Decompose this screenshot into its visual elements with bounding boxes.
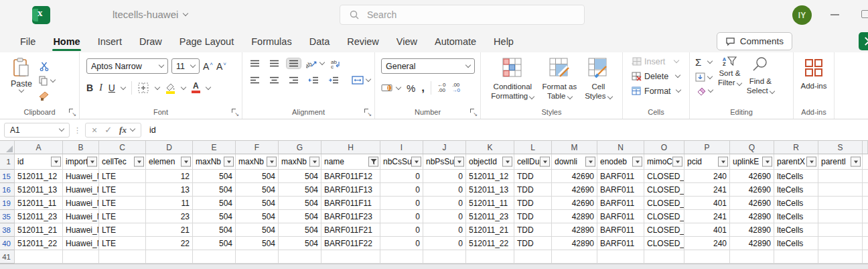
menu-tab-automate[interactable]: Automate xyxy=(426,30,485,52)
excel-app-icon[interactable] xyxy=(32,6,50,24)
cell-K38[interactable]: 512011_21 xyxy=(466,223,514,237)
filter-dropdown-button[interactable] xyxy=(540,157,550,167)
cell-E40[interactable]: 504 xyxy=(193,237,236,250)
cell-B40[interactable]: Huawei_M xyxy=(63,237,99,250)
cell-K19[interactable]: 512011_11 xyxy=(466,197,514,210)
cell-N16[interactable]: BARF011 xyxy=(597,183,644,197)
cell-S35[interactable] xyxy=(818,210,863,223)
cut-button[interactable] xyxy=(39,60,50,72)
share-button[interactable] xyxy=(859,32,868,50)
orientation-button[interactable]: ab xyxy=(306,59,324,68)
cell-P41[interactable] xyxy=(684,250,730,264)
cell-H16[interactable]: BARF011F13 xyxy=(321,183,380,197)
cell-O40[interactable]: CLOSED_LO xyxy=(644,237,684,250)
top-align-button[interactable] xyxy=(248,58,262,68)
cell-O19[interactable]: CLOSED_LO xyxy=(644,197,684,210)
number-format-select[interactable]: General xyxy=(381,58,475,74)
cell-S15[interactable] xyxy=(818,170,863,183)
merge-center-button[interactable] xyxy=(352,76,370,85)
column-header-D[interactable]: D xyxy=(146,141,193,154)
filter-dropdown-button[interactable] xyxy=(454,157,464,167)
filter-dropdown-button[interactable] xyxy=(718,157,728,167)
header-cell-objectId[interactable]: objectId xyxy=(466,154,514,170)
cell-F19[interactable]: 504 xyxy=(236,197,279,210)
cell-H35[interactable]: BARF011F23 xyxy=(321,210,380,223)
column-header-M[interactable]: M xyxy=(552,141,597,154)
cell-R16[interactable]: lteCells xyxy=(774,183,818,197)
align-left-button[interactable] xyxy=(248,75,262,85)
cell-L19[interactable]: TDD xyxy=(514,197,552,210)
align-right-button[interactable] xyxy=(287,75,301,85)
decrease-font-size-button[interactable]: A˅ xyxy=(216,61,226,72)
header-cell-cellDup[interactable]: cellDup xyxy=(514,154,552,170)
menu-tab-review[interactable]: Review xyxy=(338,30,388,52)
cell-L15[interactable]: TDD xyxy=(514,170,552,183)
menu-tab-formulas[interactable]: Formulas xyxy=(242,30,300,52)
formula-content[interactable]: id xyxy=(141,125,156,135)
cell-E41[interactable] xyxy=(193,250,236,264)
cell-M38[interactable]: 42890 xyxy=(552,223,597,237)
cell-C40[interactable]: LTE xyxy=(99,237,146,250)
cell-D38[interactable]: 21 xyxy=(146,223,193,237)
name-box[interactable]: A1 xyxy=(4,123,70,138)
header-cell-downli[interactable]: downli xyxy=(552,154,597,170)
font-dialog-launcher[interactable] xyxy=(232,109,238,115)
cell-C35[interactable]: LTE xyxy=(99,210,146,223)
cell-G19[interactable]: 504 xyxy=(279,197,321,210)
insert-cells-button[interactable]: Insert xyxy=(631,56,689,66)
cell-D41[interactable] xyxy=(146,250,193,264)
cell-P35[interactable]: 241 xyxy=(684,210,730,223)
cell-K41[interactable] xyxy=(466,250,514,264)
decrease-decimal-button[interactable]: .00 →0 xyxy=(452,83,460,93)
menu-tab-view[interactable]: View xyxy=(388,30,426,52)
cell-E38[interactable]: 504 xyxy=(193,223,236,237)
filter-dropdown-button[interactable] xyxy=(762,157,772,167)
italic-button[interactable]: I xyxy=(99,83,102,93)
cell-L41[interactable] xyxy=(514,250,552,264)
cell-B38[interactable]: Huawei_M xyxy=(63,223,99,237)
cell-Q19[interactable]: 42690 xyxy=(730,197,774,210)
cell-J19[interactable]: 0 xyxy=(423,197,466,210)
cell-K40[interactable]: 512011_22 xyxy=(466,237,514,250)
filter-dropdown-button[interactable] xyxy=(181,157,191,167)
cell-B15[interactable]: Huawei_M xyxy=(63,170,99,183)
delete-cells-button[interactable]: Delete xyxy=(631,71,689,81)
header-cell-enodeb[interactable]: enodeb xyxy=(597,154,644,170)
filter-dropdown-button[interactable] xyxy=(411,157,421,167)
column-header-N[interactable]: N xyxy=(597,141,644,154)
middle-align-button[interactable] xyxy=(267,58,281,68)
font-size-select[interactable]: 11 xyxy=(171,58,200,74)
cell-S41[interactable] xyxy=(818,250,863,264)
cell-L40[interactable]: TDD xyxy=(514,237,552,250)
cell-Q41[interactable] xyxy=(730,250,774,264)
cell-I15[interactable]: 0 xyxy=(380,170,423,183)
cell-Q35[interactable]: 42890 xyxy=(730,210,774,223)
cell-R35[interactable]: lteCells xyxy=(774,210,818,223)
cell-L38[interactable]: TDD xyxy=(514,223,552,237)
cell-K35[interactable]: 512011_23 xyxy=(466,210,514,223)
cell-O35[interactable]: CLOSED_LO xyxy=(644,210,684,223)
cell-I40[interactable]: 0 xyxy=(380,237,423,250)
filter-dropdown-button[interactable] xyxy=(502,157,512,167)
cell-E16[interactable]: 504 xyxy=(193,183,236,197)
copy-button[interactable] xyxy=(39,76,55,86)
cell-N40[interactable]: BARF011 xyxy=(597,237,644,250)
cell-C15[interactable]: LTE xyxy=(99,170,146,183)
font-color-button[interactable]: A xyxy=(192,83,200,93)
filter-dropdown-button[interactable] xyxy=(632,157,642,167)
cell-M40[interactable]: 42890 xyxy=(552,237,597,250)
cell-H38[interactable]: BARF011F21 xyxy=(321,223,380,237)
cell-H40[interactable]: BARF011F22 xyxy=(321,237,380,250)
cell-N35[interactable]: BARF011 xyxy=(597,210,644,223)
number-dialog-launcher[interactable] xyxy=(470,109,477,115)
menu-tab-file[interactable]: File xyxy=(11,30,44,52)
row-header-40[interactable]: 40 xyxy=(0,237,15,250)
menu-tab-data[interactable]: Data xyxy=(301,30,339,52)
header-cell-uplinkE[interactable]: uplinkE xyxy=(730,154,774,170)
fill-color-button[interactable] xyxy=(165,83,175,94)
cell-R41[interactable] xyxy=(774,250,818,264)
cell-D19[interactable]: 11 xyxy=(146,197,193,210)
cell-B16[interactable]: Huawei_M xyxy=(63,183,99,197)
column-header-E[interactable]: E xyxy=(193,141,236,154)
column-header-O[interactable]: O xyxy=(644,141,684,154)
